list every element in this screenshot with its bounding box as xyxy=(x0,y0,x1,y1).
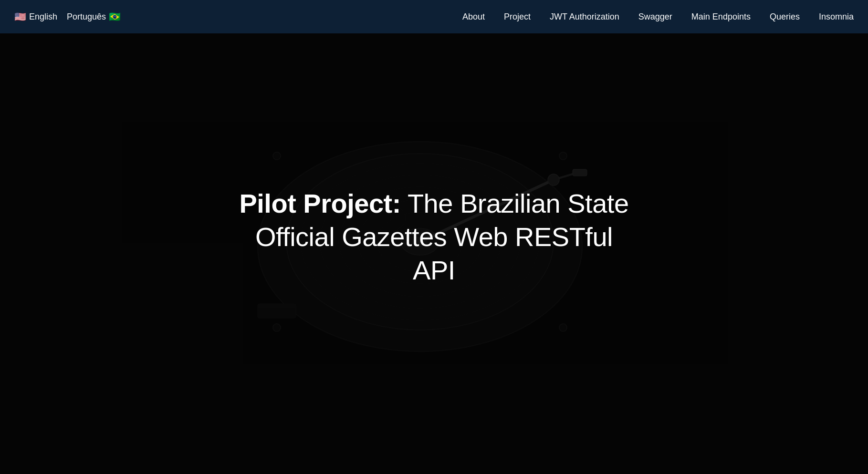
nav-about[interactable]: About xyxy=(462,12,485,22)
nav-insomnia[interactable]: Insomnia xyxy=(819,12,854,22)
lang-english-link[interactable]: 🇺🇸 English xyxy=(14,11,57,22)
navbar-left: 🇺🇸 English Português 🇧🇷 xyxy=(14,11,121,22)
lang-portuguese-link[interactable]: Português 🇧🇷 xyxy=(67,11,121,22)
hero-title: Pilot Project: The Brazilian State Offic… xyxy=(239,187,630,287)
portuguese-flag-icon: 🇧🇷 xyxy=(109,11,121,22)
english-flag-icon: 🇺🇸 xyxy=(14,11,26,22)
nav-endpoints[interactable]: Main Endpoints xyxy=(691,12,751,22)
navbar: 🇺🇸 English Português 🇧🇷 About Project JW… xyxy=(0,0,868,33)
nav-project[interactable]: Project xyxy=(504,12,531,22)
nav-jwt[interactable]: JWT Authorization xyxy=(550,12,619,22)
hero-content: Pilot Project: The Brazilian State Offic… xyxy=(220,187,649,287)
navbar-right: About Project JWT Authorization Swagger … xyxy=(462,12,854,22)
english-label: English xyxy=(29,12,57,22)
hero-section: Pilot Project: The Brazilian State Offic… xyxy=(0,0,868,474)
portuguese-label: Português xyxy=(67,12,106,22)
nav-swagger[interactable]: Swagger xyxy=(638,12,672,22)
hero-title-bold: Pilot Project: xyxy=(239,188,400,218)
nav-queries[interactable]: Queries xyxy=(770,12,800,22)
